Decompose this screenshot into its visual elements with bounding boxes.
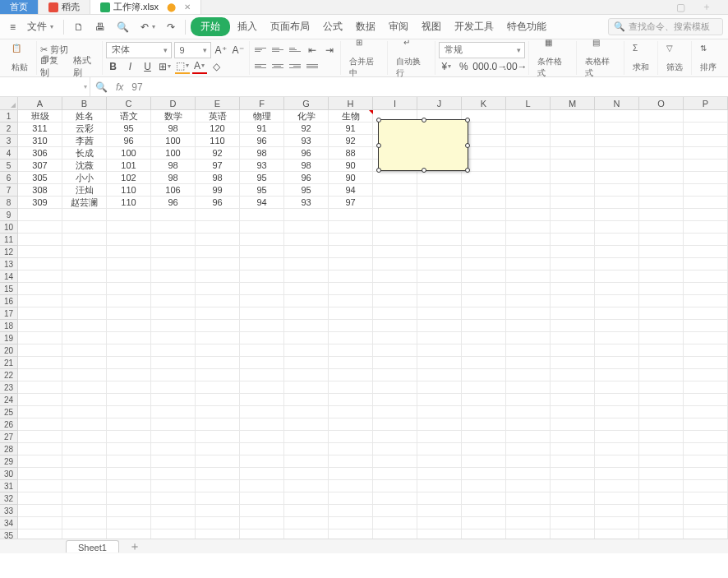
cell-M11[interactable] [551, 234, 595, 246]
cell-A12[interactable] [18, 246, 62, 258]
cell-M23[interactable] [551, 381, 595, 394]
search-input[interactable]: 🔍 查找命令、搜索模板 [608, 18, 723, 35]
cell-H4[interactable]: 88 [329, 147, 373, 160]
cell-P3[interactable] [684, 135, 728, 147]
decrease-font-icon[interactable]: A⁻ [231, 43, 246, 58]
cell-O20[interactable] [639, 344, 684, 357]
cell-C21[interactable] [107, 357, 151, 369]
cell-G33[interactable] [284, 505, 329, 517]
cell-B9[interactable] [62, 209, 107, 221]
cell-C30[interactable] [107, 468, 151, 480]
cell-N22[interactable] [595, 369, 639, 381]
cell-O11[interactable] [639, 234, 684, 246]
cell-D11[interactable] [151, 234, 196, 246]
cell-H5[interactable]: 90 [329, 160, 373, 172]
cell-O9[interactable] [639, 209, 684, 221]
cell-I14[interactable] [373, 271, 417, 283]
cell-A33[interactable] [18, 505, 62, 517]
cell-G10[interactable] [284, 221, 329, 234]
cell-F30[interactable] [240, 468, 284, 480]
cell-J13[interactable] [417, 258, 462, 271]
print-icon[interactable]: 🖶 [90, 19, 110, 35]
cell-K30[interactable] [462, 468, 506, 480]
cell-N6[interactable] [595, 172, 639, 184]
cell-K29[interactable] [462, 455, 506, 468]
comma-icon[interactable]: 000 [473, 59, 488, 74]
cell-H20[interactable] [329, 344, 373, 357]
row-header-19[interactable]: 19 [0, 332, 18, 344]
cell-P12[interactable] [684, 246, 728, 258]
cell-K14[interactable] [462, 271, 506, 283]
cell-M17[interactable] [551, 307, 595, 320]
cell-P33[interactable] [684, 505, 728, 517]
cell-O16[interactable] [639, 295, 684, 307]
row-header-33[interactable]: 33 [0, 505, 18, 517]
cell-I20[interactable] [373, 344, 417, 357]
cell-F33[interactable] [240, 505, 284, 517]
tab-xlsx[interactable]: 工作簿.xlsx ⬤ ✕ [90, 0, 201, 14]
cell-K11[interactable] [462, 234, 506, 246]
cell-I21[interactable] [373, 357, 417, 369]
cell-D6[interactable]: 98 [151, 172, 196, 184]
cell-F31[interactable] [240, 480, 284, 492]
cell-L5[interactable] [506, 160, 551, 172]
cell-N10[interactable] [595, 221, 639, 234]
cell-M19[interactable] [551, 332, 595, 344]
cell-C20[interactable] [107, 344, 151, 357]
row-header-20[interactable]: 20 [0, 344, 18, 357]
formula-input[interactable]: 97 [131, 81, 142, 93]
increase-indent-icon[interactable]: ⇥ [322, 43, 337, 58]
cell-G16[interactable] [284, 295, 329, 307]
merge-button[interactable]: ⊞ 合并居中 [344, 38, 385, 79]
cell-F9[interactable] [240, 209, 284, 221]
cell-A8[interactable]: 309 [18, 197, 62, 209]
cell-J16[interactable] [417, 295, 462, 307]
close-icon[interactable]: ✕ [184, 2, 191, 12]
cells-area[interactable]: 班级姓名语文数学英语物理化学生物311云彩9598120919291310李茜9… [18, 110, 728, 553]
cell-G30[interactable] [284, 468, 329, 480]
cell-N11[interactable] [595, 234, 639, 246]
cell-C5[interactable]: 101 [107, 160, 151, 172]
cell-J33[interactable] [417, 505, 462, 517]
cell-L12[interactable] [506, 246, 551, 258]
cell-E17[interactable] [196, 307, 240, 320]
cell-D4[interactable]: 100 [151, 147, 196, 160]
cell-L11[interactable] [506, 234, 551, 246]
cell-G15[interactable] [284, 283, 329, 295]
cell-F5[interactable]: 93 [240, 160, 284, 172]
cell-G22[interactable] [284, 369, 329, 381]
align-center-icon[interactable] [270, 59, 285, 74]
select-all-corner[interactable] [0, 97, 18, 109]
cell-P31[interactable] [684, 480, 728, 492]
cell-N12[interactable] [595, 246, 639, 258]
row-header-4[interactable]: 4 [0, 147, 18, 160]
cell-L9[interactable] [506, 209, 551, 221]
cell-B15[interactable] [62, 283, 107, 295]
cell-P9[interactable] [684, 209, 728, 221]
cell-H23[interactable] [329, 381, 373, 394]
align-right-icon[interactable] [288, 59, 302, 74]
cell-C13[interactable] [107, 258, 151, 271]
cell-P14[interactable] [684, 271, 728, 283]
cell-P29[interactable] [684, 455, 728, 468]
cell-O1[interactable] [639, 110, 684, 123]
cell-P34[interactable] [684, 517, 728, 529]
cell-G5[interactable]: 98 [284, 160, 329, 172]
cell-H1[interactable]: 生物 [329, 110, 373, 123]
cell-C33[interactable] [107, 505, 151, 517]
row-header-24[interactable]: 24 [0, 394, 18, 406]
cell-O15[interactable] [639, 283, 684, 295]
cell-P1[interactable] [684, 110, 728, 123]
cell-A3[interactable]: 310 [18, 135, 62, 147]
cell-O29[interactable] [639, 455, 684, 468]
cell-J23[interactable] [417, 381, 462, 394]
cell-O25[interactable] [639, 406, 684, 418]
fx-icon[interactable]: fx [116, 81, 123, 93]
cell-O30[interactable] [639, 468, 684, 480]
cell-L1[interactable] [506, 110, 551, 123]
cell-K17[interactable] [462, 307, 506, 320]
cell-E19[interactable] [196, 332, 240, 344]
cell-G18[interactable] [284, 320, 329, 332]
cell-P15[interactable] [684, 283, 728, 295]
cell-I31[interactable] [373, 480, 417, 492]
